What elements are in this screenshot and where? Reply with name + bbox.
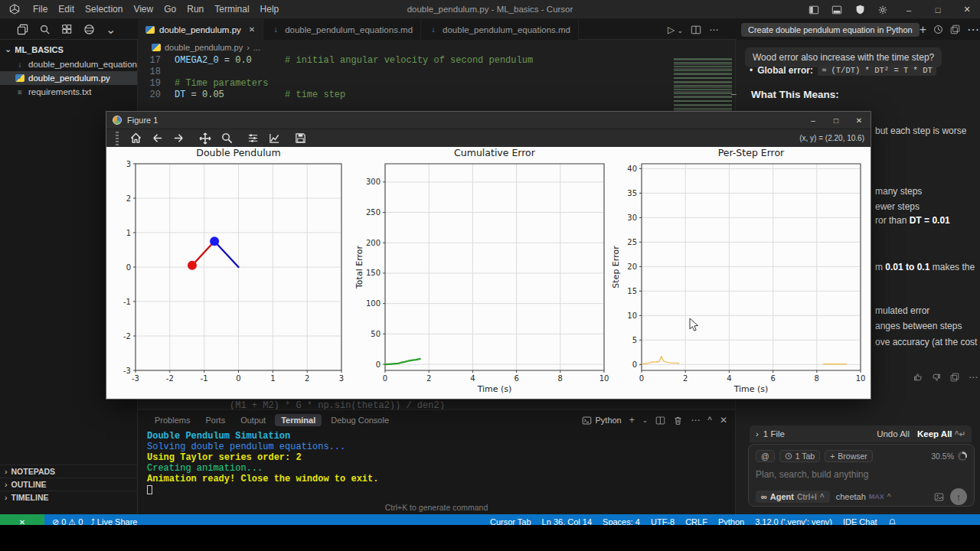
undo-all-button[interactable]: Undo All xyxy=(877,429,910,439)
chat-input-card[interactable]: @ 1 Tab + Browser 30.5% Plan, search, bu… xyxy=(748,444,975,507)
figure-window[interactable]: Figure 1 – □ ✕ (x, y) = (2.20, 10.6) -3-… xyxy=(106,111,871,399)
kill-terminal-icon[interactable] xyxy=(673,416,683,425)
thumbs-up-icon[interactable] xyxy=(913,373,923,382)
svg-text:250: 250 xyxy=(366,208,381,217)
section-timeline[interactable]: ›TIMELINE xyxy=(0,491,137,504)
keep-all-button[interactable]: Keep All ^↵ xyxy=(917,429,965,439)
figure-canvas[interactable]: -3-2-10123-3-2-10123Double Pendulum02468… xyxy=(106,147,871,399)
status-ln-36-col-14[interactable]: Ln 36, Col 14 xyxy=(542,514,592,525)
status-ide-chat[interactable]: IDE Chat xyxy=(843,514,877,525)
maximize-panel-icon[interactable]: ^ xyxy=(707,415,712,425)
chevron-right-icon[interactable]: › xyxy=(756,429,759,439)
section-outline[interactable]: ›OUTLINE xyxy=(0,478,137,491)
status-3-12-0-venv-venv-[interactable]: 3.12.0 ('.venv': venv) xyxy=(755,514,832,525)
live-share-button[interactable]: ⤴Live Share xyxy=(90,514,137,525)
problems-indicator[interactable]: ⊘0 ⚠0 xyxy=(52,514,83,525)
pan-icon[interactable] xyxy=(199,132,211,145)
terminal-tab-terminal[interactable]: Terminal xyxy=(275,414,322,426)
duplicate-icon[interactable] xyxy=(950,24,960,34)
file-double-pendulum-py[interactable]: double_pendulum.py xyxy=(0,71,137,85)
extensions-icon[interactable] xyxy=(61,24,73,35)
model-selector[interactable]: cheetah MAX ^ xyxy=(836,492,891,501)
terminal-output[interactable]: Double Pendulum SimulationSolving double… xyxy=(138,426,735,497)
menu-run[interactable]: Run xyxy=(181,4,209,15)
files-changed-label[interactable]: 1 File xyxy=(763,429,785,439)
close-panel-icon[interactable]: ✕ xyxy=(720,415,727,425)
home-icon[interactable] xyxy=(130,132,142,144)
menu-selection[interactable]: Selection xyxy=(80,4,128,15)
menu-edit[interactable]: Edit xyxy=(53,4,80,15)
terminal-tab-ports[interactable]: Ports xyxy=(199,414,231,426)
explorer-icon[interactable] xyxy=(17,24,28,35)
split-editor-icon[interactable] xyxy=(691,24,701,35)
settings-gear-icon[interactable] xyxy=(873,0,893,19)
chat-input-placeholder[interactable]: Plan, search, build anything xyxy=(756,469,967,480)
chevron-down-icon[interactable]: ⌄ xyxy=(106,22,116,37)
zoom-icon[interactable] xyxy=(221,132,233,144)
back-icon[interactable] xyxy=(152,132,163,144)
run-button[interactable]: ▷ ⌄ xyxy=(668,24,683,35)
terminal-profile[interactable]: Python xyxy=(582,416,621,425)
more-chat-actions-icon[interactable]: ⋯ xyxy=(967,22,979,37)
send-button[interactable]: ↑ xyxy=(950,488,967,505)
split-terminal-icon[interactable] xyxy=(655,416,665,425)
shield-icon[interactable] xyxy=(850,0,870,19)
close-tab-icon[interactable]: ✕ xyxy=(249,25,255,34)
file-double-pendulum-equations-[interactable]: ↓double_pendulum_equations.... xyxy=(0,57,137,71)
figure-title-bar[interactable]: Figure 1 – □ ✕ xyxy=(106,112,871,129)
menu-go[interactable]: Go xyxy=(158,4,181,15)
more-feedback-icon[interactable]: ⋯ xyxy=(969,372,978,383)
attach-image-icon[interactable] xyxy=(934,492,944,502)
menu-file[interactable]: File xyxy=(28,4,53,15)
save-icon[interactable] xyxy=(295,132,306,144)
figure-close-button[interactable]: ✕ xyxy=(848,112,871,129)
tab-double-pendulum-py-0[interactable]: double_pendulum.py✕ xyxy=(138,19,263,40)
figure-minimize-button[interactable]: – xyxy=(802,112,825,129)
figure-maximize-button[interactable]: □ xyxy=(825,112,848,129)
toolbar-drag-handle[interactable] xyxy=(116,132,119,145)
browser-chip[interactable]: + Browser xyxy=(825,450,873,462)
menu-view[interactable]: View xyxy=(128,4,158,15)
status-python[interactable]: Python xyxy=(718,514,744,525)
close-button[interactable]: ✕ xyxy=(954,0,980,19)
copy-icon[interactable] xyxy=(950,373,959,382)
status-utf-8[interactable]: UTF-8 xyxy=(651,514,675,525)
menu-help[interactable]: Help xyxy=(255,4,285,15)
more-terminal-icon[interactable]: ⋯ xyxy=(691,415,700,425)
section-notepads[interactable]: ›NOTEPADS xyxy=(0,465,137,478)
search-icon[interactable] xyxy=(39,24,51,35)
mention-button[interactable]: @ xyxy=(756,450,775,462)
menu-terminal[interactable]: Terminal xyxy=(209,4,254,15)
terminal-dropdown-icon[interactable]: ⌄ xyxy=(642,416,648,424)
tab-context-chip[interactable]: 1 Tab xyxy=(779,450,821,462)
toggle-layout-icon[interactable] xyxy=(827,0,847,19)
forward-icon[interactable] xyxy=(173,132,185,144)
thumbs-down-icon[interactable] xyxy=(932,373,941,382)
history-icon[interactable] xyxy=(933,24,943,34)
minimap[interactable] xyxy=(674,58,732,113)
breadcrumb[interactable]: double_pendulum.py › ... xyxy=(138,40,674,55)
remote-indicator[interactable]: ✕ xyxy=(0,514,44,525)
terminal-tab-debug-console[interactable]: Debug Console xyxy=(325,414,395,426)
status-crlf[interactable]: CRLF xyxy=(685,514,707,525)
customize-plot-icon[interactable] xyxy=(269,132,280,144)
new-chat-icon[interactable]: + xyxy=(920,23,926,37)
explorer-root-folder[interactable]: ⌄ ML_BASICS xyxy=(0,40,137,57)
minimize-button[interactable]: – xyxy=(896,0,922,19)
file-requirements-txt[interactable]: ≡requirements.txt xyxy=(0,85,137,99)
chat-title-tab[interactable]: Create double pendulum equation in Pytho… xyxy=(741,23,920,37)
remote-explorer-icon[interactable] xyxy=(83,24,95,35)
new-terminal-icon[interactable]: + xyxy=(629,415,635,425)
toggle-panel-icon[interactable] xyxy=(804,0,824,19)
more-actions-icon[interactable]: ⋯ xyxy=(709,24,718,35)
status-cursor-tab[interactable]: Cursor Tab xyxy=(490,514,531,525)
subplots-icon[interactable] xyxy=(247,132,259,144)
agent-mode-selector[interactable]: ∞ Agent Ctrl+I ^ xyxy=(756,491,830,503)
maximize-button[interactable]: □ xyxy=(925,0,951,19)
notifications-bell-icon[interactable] xyxy=(888,514,897,525)
terminal-tab-problems[interactable]: Problems xyxy=(149,414,196,426)
terminal-tab-output[interactable]: Output xyxy=(234,414,272,426)
status-spaces-4[interactable]: Spaces: 4 xyxy=(603,514,640,525)
tab-double-pendulum-equations-md-2[interactable]: ↓double_pendulum_equations.md xyxy=(421,19,579,40)
tab-double-pendulum-equations-md-1[interactable]: ↓double_pendulum_equations.md xyxy=(263,19,421,40)
